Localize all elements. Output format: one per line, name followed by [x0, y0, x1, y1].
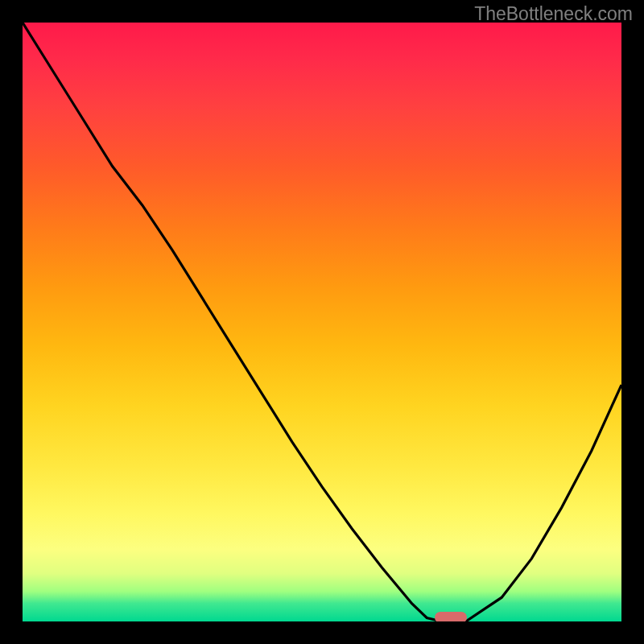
minimum-marker: [435, 612, 467, 621]
watermark-text: TheBottleneck.com: [474, 3, 633, 25]
bottleneck-curve: [23, 23, 621, 621]
plot-area: [23, 23, 621, 621]
chart-container: TheBottleneck.com: [0, 0, 644, 644]
